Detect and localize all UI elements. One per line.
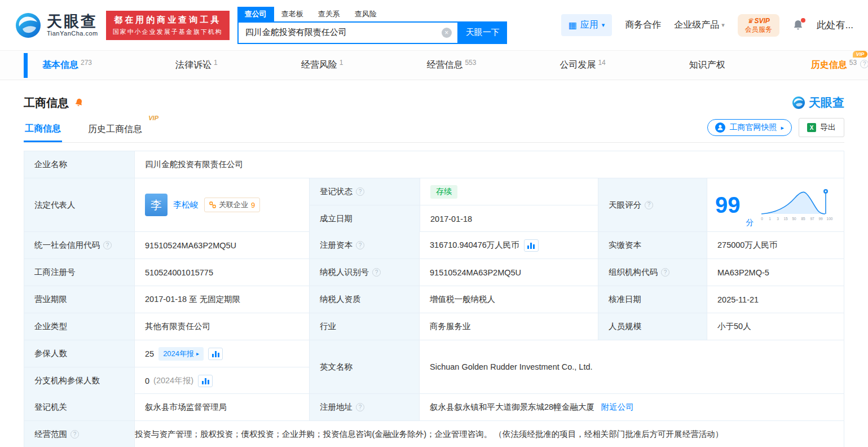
tianyancha-logo[interactable]: 天眼查 TianYanCha.com (15, 12, 98, 39)
tab-basic-info[interactable]: 基本信息 273 (42, 59, 92, 71)
search-tabs: 查公司 查老板 查关系 查风险 (237, 7, 507, 21)
annual-report-badge[interactable]: 2024年报 ▸ (158, 347, 204, 361)
clear-search-icon[interactable]: × (442, 28, 452, 38)
insured-subgrid: 参保人数 25 2024年报 ▸ 分支机构参保人数 0 (2024年报) (24, 340, 309, 393)
field-label-text: 注册地址 (320, 402, 353, 413)
help-icon[interactable]: ? (645, 201, 653, 209)
field-label: 企业类型 (24, 313, 134, 340)
field-label: 英文名称 (309, 340, 419, 393)
tab-company-development[interactable]: 公司发展 14 (559, 59, 605, 71)
insured-count-value: 25 (145, 349, 154, 358)
taxpayer-quality-value: 增值税一般纳税人 (419, 286, 598, 313)
search-input[interactable] (239, 28, 442, 37)
apps-button[interactable]: ▦ 应用 ▾ (561, 14, 613, 36)
field-label: 行业 (309, 313, 419, 340)
svg-text:99: 99 (818, 217, 823, 221)
help-icon[interactable]: ? (661, 268, 669, 277)
logo-text: 天眼查 TianYanCha.com (47, 14, 98, 37)
field-label-text: 天眼评分 (609, 200, 641, 211)
help-icon[interactable]: ? (860, 60, 868, 68)
legal-rep-link[interactable]: 李松峻 (173, 200, 199, 211)
related-companies-tag[interactable]: 关联企业 9 (204, 198, 260, 212)
help-icon[interactable]: ? (356, 241, 364, 249)
approval-date-value: 2025-11-21 (707, 286, 844, 313)
field-label: 组织机构代码 ? (598, 259, 707, 286)
search-tab-company[interactable]: 查公司 (237, 7, 274, 21)
reg-number-value: 510524001015775 (134, 259, 309, 286)
help-icon[interactable]: ? (356, 403, 364, 411)
section-brand-logo: 天眼查 (792, 95, 844, 111)
insured-count-cell: 25 2024年报 ▸ (134, 340, 309, 367)
org-code-value: MA63P2MQ-5 (707, 259, 844, 286)
user-name[interactable]: 此处有... (817, 19, 853, 32)
field-label: 注册地址 ? (309, 394, 419, 420)
subtab-history-business-info[interactable]: 历史工商信息 VIP (87, 117, 143, 142)
help-icon[interactable]: ? (103, 241, 112, 249)
tab-label: 基本信息 (42, 59, 78, 71)
table-row: 参保人数 25 2024年报 ▸ 分支机构参保人数 0 (2024年报) (24, 340, 844, 393)
search-tab-risk[interactable]: 查风险 (347, 7, 384, 21)
section-title: 工商信息 (24, 95, 69, 111)
export-button[interactable]: X 导出 (799, 118, 844, 137)
tianyan-score-cell[interactable]: 99 分 0 1 3 15 50 85 97 99 100 (707, 178, 844, 231)
paid-capital-value: 275000万人民币 (707, 232, 844, 258)
official-snapshot-button[interactable]: 工商官网快照 ▸ (707, 119, 792, 136)
business-coop-link[interactable]: 商务合作 (625, 19, 661, 31)
help-icon[interactable]: ? (356, 187, 364, 196)
field-label: 人员规模 (598, 313, 707, 340)
promo-line1: 都在用的商业查询工具 (113, 15, 223, 25)
tab-operation-risk[interactable]: 经营风险 1 (301, 59, 343, 71)
field-label: 登记状态 ? (310, 178, 420, 205)
svg-text:50: 50 (792, 217, 796, 221)
tab-legal-litigation[interactable]: 法律诉讼 1 (175, 59, 218, 71)
nearby-companies-link[interactable]: 附近公司 (601, 402, 634, 413)
tab-count: 1 (340, 59, 343, 67)
reg-status-cell: 存续 (420, 178, 598, 205)
svip-sub-label: 会员服务 (745, 25, 772, 34)
promo-line2: 国家中小企业发展子基金旗下机构 (113, 28, 223, 36)
brand-domain: TianYanCha.com (47, 30, 98, 37)
apps-label: 应用 (580, 19, 598, 31)
insured-chart-icon[interactable] (208, 348, 223, 360)
field-label: 营业期限 (24, 286, 134, 313)
brand-name: 天眼查 (47, 14, 98, 29)
tab-label: 公司发展 (559, 59, 596, 71)
table-row: 工商注册号 510524001015775 纳税人识别号 ? 91510524M… (24, 258, 844, 286)
field-label: 登记机关 (24, 394, 134, 420)
reg-capital-value: 316710.940476万人民币 (430, 240, 519, 251)
capital-chart-icon[interactable] (524, 239, 539, 252)
tab-business-info[interactable]: 经营信息 553 (426, 59, 476, 71)
tab-count: 1 (214, 59, 218, 67)
snapshot-label: 工商官网快照 (729, 122, 777, 133)
enterprise-products-link[interactable]: 企业级产品 ▾ (674, 19, 725, 31)
notification-bell-icon[interactable] (792, 19, 804, 32)
reg-address-cell: 叙永县叙永镇和平大道御景东城28幢金融大厦 附近公司 (419, 394, 844, 420)
field-label-text: 经营范围 (34, 429, 67, 440)
subtab-business-info[interactable]: 工商信息 (24, 116, 62, 142)
top-header: 天眼查 TianYanCha.com 都在用的商业查询工具 国家中小企业发展子基… (0, 0, 868, 51)
help-icon[interactable]: ? (372, 268, 381, 277)
business-coop-label: 商务合作 (625, 19, 661, 31)
field-label: 分支机构参保人数 (24, 367, 134, 394)
search-button[interactable]: 天眼一下 (459, 21, 507, 44)
related-companies-count: 9 (251, 201, 255, 209)
tab-history-info[interactable]: VIP 历史信息 53 ? (811, 59, 868, 71)
table-row: 统一社会信用代码 ? 91510524MA63P2MQ5U 注册资本 ? 316… (24, 231, 844, 258)
crown-icon: ♛ (747, 17, 754, 25)
status-badge: 存续 (430, 185, 457, 199)
branch-insured-chart-icon[interactable] (198, 375, 213, 387)
help-icon[interactable]: ? (71, 430, 79, 439)
svip-membership-button[interactable]: ♛ SVIP 会员服务 (738, 14, 779, 37)
score-unit: 分 (746, 218, 754, 228)
reg-capital-cell: 316710.940476万人民币 (419, 232, 598, 258)
annual-report-label: 2024年报 (163, 349, 194, 359)
search-tab-relation[interactable]: 查关系 (311, 7, 347, 21)
legal-rep-avatar[interactable]: 李 (145, 194, 168, 216)
table-row: 经营范围 ? 投资与资产管理；股权投资；债权投资；企业并购；投资信息咨询(金融业… (24, 420, 844, 447)
search-tab-boss[interactable]: 查老板 (274, 7, 311, 21)
table-row: 登记机关 叙永县市场监督管理局 注册地址 ? 叙永县叙永镇和平大道御景东城28幢… (24, 393, 844, 420)
svg-text:15: 15 (783, 217, 788, 221)
enterprise-products-label: 企业级产品 (674, 19, 719, 31)
svg-text:3: 3 (777, 217, 779, 221)
tab-intellectual-property[interactable]: 知识产权 (689, 59, 728, 71)
